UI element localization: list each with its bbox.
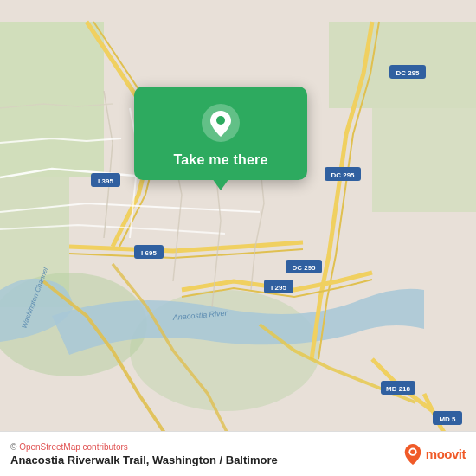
osm-link[interactable]: OpenStreetMap contributors [19,442,128,452]
take-me-there-button[interactable]: Take me there [173,152,267,168]
map-container: I 395 I 695 DC 295 DC 295 DC 295 I 295 M… [0,0,476,476]
map-background: I 395 I 695 DC 295 DC 295 DC 295 I 295 M… [0,0,476,476]
svg-text:MD 5: MD 5 [439,415,456,423]
copyright-symbol: © [10,442,19,452]
footer-bar: © OpenStreetMap contributors Anacostia R… [0,431,476,476]
svg-point-26 [216,116,225,125]
svg-text:MD 218: MD 218 [386,385,411,393]
moovit-logo: moovit [403,443,466,466]
moovit-pin-icon [403,443,422,466]
svg-text:I 395: I 395 [98,177,113,185]
svg-rect-1 [0,22,104,177]
location-name: Anacostia Riverwalk Trail, Washington / … [10,453,278,466]
popup-card[interactable]: Take me there [134,87,307,180]
svg-text:DC 295: DC 295 [396,69,420,77]
svg-text:DC 295: DC 295 [331,171,355,179]
svg-text:I 695: I 695 [141,249,157,257]
footer-left: © OpenStreetMap contributors Anacostia R… [10,442,278,466]
svg-point-28 [410,449,415,454]
svg-text:I 295: I 295 [271,284,286,292]
location-pin-icon [200,102,241,144]
svg-text:DC 295: DC 295 [292,264,316,272]
moovit-brand-text: moovit [426,447,466,461]
svg-rect-5 [372,108,476,212]
copyright-text: © OpenStreetMap contributors [10,442,278,452]
